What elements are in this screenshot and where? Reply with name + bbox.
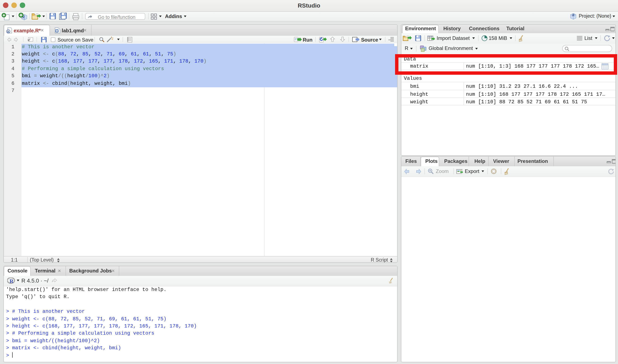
svg-text:R: R bbox=[572, 13, 574, 17]
svg-text:R: R bbox=[10, 278, 14, 284]
svg-text:R: R bbox=[7, 30, 10, 33]
